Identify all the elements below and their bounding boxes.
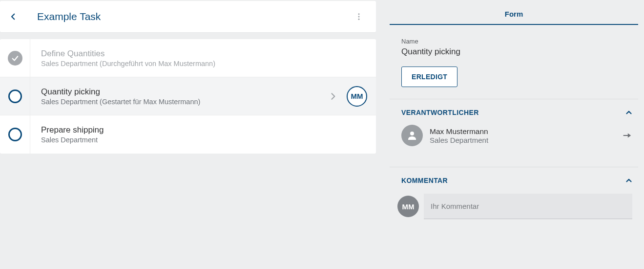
- task-header: Example Task: [0, 1, 376, 32]
- svg-point-0: [358, 13, 360, 15]
- section-header-comment[interactable]: KOMMENTAR: [390, 176, 638, 185]
- comment-row: MM: [397, 194, 632, 219]
- page-title: Example Task: [37, 11, 352, 22]
- status-done-icon: [8, 51, 22, 66]
- comment-avatar: MM: [397, 196, 419, 217]
- tab-form[interactable]: Form: [390, 2, 638, 24]
- tab-bar: Form: [390, 2, 638, 25]
- svg-point-3: [410, 132, 414, 135]
- task-list: Define Quantities Sales Department (Durc…: [0, 39, 376, 154]
- section-responsible: VERANTWORTLICHER Max Mustermann Sales De…: [390, 99, 638, 155]
- svg-point-2: [358, 19, 360, 20]
- responsible-department: Sales Department: [430, 136, 622, 144]
- comment-input[interactable]: [424, 194, 632, 219]
- svg-point-1: [358, 16, 360, 18]
- status-col: [0, 115, 30, 154]
- task-name: Define Quantities: [41, 49, 367, 59]
- field-label-name: Name: [401, 38, 626, 45]
- section-title-comment: KOMMENTAR: [401, 177, 624, 184]
- task-row[interactable]: Define Quantities Sales Department (Durc…: [0, 39, 376, 77]
- task-row[interactable]: Prepare shipping Sales Department: [0, 115, 376, 154]
- section-comment: KOMMENTAR MM: [390, 167, 638, 228]
- chevron-right-icon: [328, 91, 338, 101]
- task-name: Prepare shipping: [41, 125, 367, 135]
- task-subtitle: Sales Department (Gestartet für Max Must…: [41, 98, 328, 106]
- task-subtitle: Sales Department: [41, 136, 367, 144]
- task-subtitle: Sales Department (Durchgeführt von Max M…: [41, 60, 367, 67]
- field-value-name: Quantity picking: [401, 47, 626, 57]
- status-open-icon: [8, 128, 22, 141]
- chevron-up-icon: [624, 108, 633, 117]
- status-col: [0, 39, 30, 77]
- done-button[interactable]: ERLEDIGT: [401, 67, 457, 87]
- responsible-name: Max Mustermann: [430, 127, 622, 136]
- more-options-icon[interactable]: [352, 9, 366, 24]
- status-open-icon: [8, 90, 22, 103]
- back-icon[interactable]: [9, 12, 18, 21]
- chevron-up-icon: [624, 176, 633, 185]
- section-header-responsible[interactable]: VERANTWORTLICHER: [390, 108, 638, 117]
- person-icon: [401, 125, 423, 146]
- arrow-right-icon[interactable]: [622, 130, 632, 141]
- assignee-avatar[interactable]: MM: [347, 86, 367, 107]
- form-block: Name Quantity picking ERLEDIGT: [390, 25, 638, 99]
- responsible-row[interactable]: Max Mustermann Sales Department: [399, 117, 638, 146]
- section-title-responsible: VERANTWORTLICHER: [401, 109, 624, 116]
- status-col: [0, 77, 30, 115]
- task-row[interactable]: Quantity picking Sales Department (Gesta…: [0, 77, 376, 115]
- task-name: Quantity picking: [41, 87, 328, 97]
